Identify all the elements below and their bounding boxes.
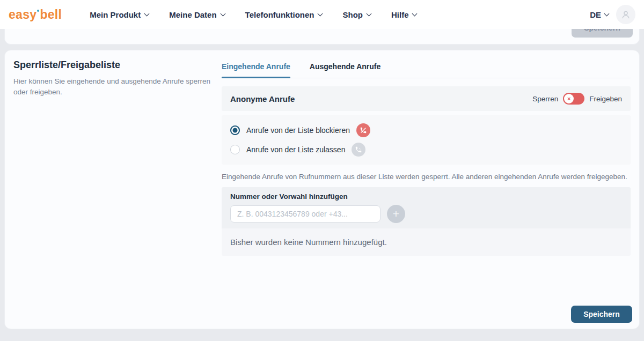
phone-allowed-icon — [352, 143, 365, 157]
toggle-label-sperren: Sperren — [532, 95, 558, 103]
logo-text-bell: bell — [40, 8, 62, 21]
chevron-down-icon — [604, 11, 610, 16]
tab-ausgehende-anrufe[interactable]: Ausgehende Anrufe — [310, 62, 381, 78]
phone-blocked-icon — [356, 123, 370, 137]
logo-dot-icon — [37, 10, 39, 12]
logo-text-easy: easy — [9, 8, 36, 21]
user-avatar[interactable] — [616, 5, 635, 24]
blocklist-card: Sperrliste/Freigabeliste Hier können Sie… — [4, 50, 640, 329]
list-mode-info-text: Eingehende Anrufe von Rufnummern aus die… — [222, 173, 631, 181]
option-block-list[interactable]: Anrufe von der Liste blockieren — [230, 123, 622, 137]
chevron-down-icon — [144, 11, 150, 16]
option-block-label: Anrufe von der Liste blockieren — [246, 126, 350, 135]
language-selector[interactable]: DE — [590, 10, 609, 19]
page-title: Sperrliste/Freigabeliste — [13, 60, 213, 71]
add-number-label: Nummer oder Vorwahl hinzufügen — [230, 192, 622, 201]
anonymous-calls-row: Anonyme Anrufe Sperren Freigeben — [222, 86, 631, 111]
chevron-down-icon — [367, 11, 372, 16]
toggle-knob-x-icon — [564, 94, 574, 103]
plus-icon: + — [393, 208, 399, 219]
nav-label: Telefonfunktionen — [245, 10, 314, 19]
card-intro: Sperrliste/Freigabeliste Hier können Sie… — [13, 60, 213, 97]
nav-item-meine-daten[interactable]: Meine Daten — [169, 10, 224, 19]
header-right-group: DE — [590, 5, 635, 24]
chevron-down-icon — [220, 11, 225, 16]
toggle-label-freigeben: Freigeben — [589, 95, 622, 103]
save-button[interactable]: Speichern — [571, 306, 632, 323]
easybell-logo[interactable]: easybell — [9, 8, 62, 22]
chevron-down-icon — [318, 11, 323, 16]
page-description: Hier können Sie eingehende und ausgehend… — [13, 76, 213, 97]
add-number-row: + — [230, 205, 622, 223]
option-allow-list[interactable]: Anrufe von der Liste zulassen — [230, 143, 622, 157]
anonymous-calls-toggle-group: Sperren Freigeben — [532, 93, 622, 105]
list-mode-section: Anrufe von der Liste blockieren Anrufe v… — [222, 115, 631, 165]
previous-settings-card-partial: Speichern — [4, 29, 640, 45]
radio-unselected-icon[interactable] — [230, 145, 240, 154]
nav-item-telefonfunktionen[interactable]: Telefonfunktionen — [245, 10, 323, 19]
nav-label: Shop — [342, 10, 363, 19]
chevron-down-icon — [412, 11, 418, 16]
radio-selected-icon[interactable] — [230, 125, 240, 135]
language-label: DE — [590, 10, 601, 19]
call-direction-tabs: Eingehende Anrufe Ausgehende Anrufe — [222, 50, 631, 78]
nav-item-mein-produkt[interactable]: Mein Produkt — [90, 10, 149, 19]
top-navigation-bar: easybell Mein Produkt Meine Daten Telefo… — [0, 0, 644, 29]
nav-label: Meine Daten — [169, 10, 216, 19]
number-list-empty-section: Bisher wurden keine Nummern hinzugefügt. — [222, 228, 631, 256]
main-nav: Mein Produkt Meine Daten Telefonfunktion… — [90, 10, 416, 19]
nav-label: Mein Produkt — [90, 10, 141, 19]
save-button-disabled[interactable]: Speichern — [572, 29, 633, 38]
nav-item-hilfe[interactable]: Hilfe — [391, 10, 417, 19]
add-number-button[interactable]: + — [387, 205, 405, 223]
nav-item-shop[interactable]: Shop — [342, 10, 371, 19]
person-icon — [620, 9, 632, 20]
empty-state-text: Bisher wurden keine Nummern hinzugefügt. — [230, 238, 622, 247]
anonymous-calls-title: Anonyme Anrufe — [230, 94, 295, 103]
card-content: Eingehende Anrufe Ausgehende Anrufe Anon… — [222, 50, 631, 256]
add-number-section: Nummer oder Vorwahl hinzufügen + — [222, 187, 631, 228]
number-input[interactable] — [230, 205, 380, 223]
tab-eingehende-anrufe[interactable]: Eingehende Anrufe — [222, 62, 290, 78]
anonymous-calls-toggle[interactable] — [563, 93, 584, 105]
nav-label: Hilfe — [391, 10, 409, 19]
option-allow-label: Anrufe von der Liste zulassen — [246, 145, 345, 154]
